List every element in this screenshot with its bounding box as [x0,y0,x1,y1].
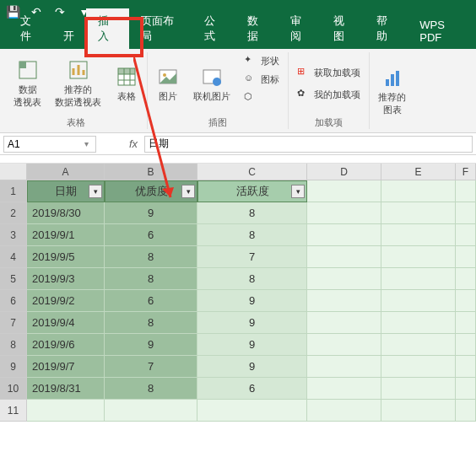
tab-review[interactable]: 审阅 [279,8,322,49]
cell-active[interactable]: 8 [197,268,307,290]
tab-wps-pdf[interactable]: WPS PDF [408,13,476,49]
cell[interactable] [381,202,456,224]
row-header[interactable]: 1 [0,180,27,202]
cell-date[interactable]: 2019/9/3 [27,268,105,290]
cell[interactable] [456,180,476,202]
row-header[interactable]: 8 [0,334,27,356]
table-button[interactable]: 表格 [111,52,142,115]
cell[interactable] [381,312,456,334]
cell-active[interactable]: 9 [197,334,307,356]
tab-help[interactable]: 帮助 [365,8,408,49]
cell[interactable] [307,378,381,400]
cell-date[interactable]: 2019/8/30 [27,202,105,224]
cell-quality[interactable]: 6 [105,290,197,312]
cell[interactable] [456,246,476,268]
cell[interactable] [456,356,476,378]
cell-active[interactable]: 9 [197,290,307,312]
row-header[interactable]: 11 [0,400,27,422]
row-header[interactable]: 7 [0,312,27,334]
filter-icon[interactable]: ▾ [89,185,102,198]
cell-quality[interactable]: 6 [105,224,197,246]
cell[interactable] [307,312,381,334]
fx-icon[interactable]: fx [129,137,138,150]
tab-file[interactable]: 文件 [8,8,51,49]
online-pictures-button[interactable]: 联机图片 [190,52,234,115]
cell[interactable] [456,312,476,334]
row-header[interactable]: 2 [0,202,27,224]
col-header-c[interactable]: C [197,164,307,180]
cell-quality[interactable]: 7 [105,356,197,378]
cell[interactable] [307,356,381,378]
cell-date[interactable]: 2019/9/6 [27,334,105,356]
name-box[interactable] [3,136,96,153]
row-header[interactable]: 6 [0,290,27,312]
row-header[interactable]: 10 [0,378,27,400]
cell[interactable] [456,290,476,312]
cell[interactable] [456,268,476,290]
cell[interactable] [381,400,456,422]
cell-quality[interactable]: 8 [105,378,197,400]
cell-quality[interactable]: 8 [105,246,197,268]
shapes-button[interactable]: ✦形状 [241,52,283,69]
redo-icon[interactable]: ↷ [52,5,68,19]
cell[interactable] [307,180,381,202]
cell-date[interactable]: 2019/9/2 [27,290,105,312]
cell-active[interactable]: 8 [197,224,307,246]
cell[interactable] [105,400,197,422]
my-addins-button[interactable]: ✿我的加载项 [294,86,364,103]
cell[interactable] [456,378,476,400]
tab-formulas[interactable]: 公式 [192,8,235,49]
cell-date[interactable]: 2019/9/1 [27,224,105,246]
filter-icon[interactable]: ▾ [291,185,305,198]
col-header-e[interactable]: E [381,164,456,180]
tab-data[interactable]: 数据 [235,8,279,49]
cell[interactable] [381,246,456,268]
tab-home[interactable]: 开 [51,24,86,49]
cell[interactable] [381,180,456,202]
cell[interactable] [307,400,381,422]
cell-active[interactable]: 8 [197,202,307,224]
cell[interactable] [307,202,381,224]
pictures-button[interactable]: 图片 [153,52,183,115]
tab-page-layout[interactable]: 页面布局 [129,8,192,49]
icons-button[interactable]: ☺图标 [241,71,283,88]
cell-quality[interactable]: 8 [105,268,197,290]
pivot-table-button[interactable]: 数据 透视表 [10,52,45,115]
col-header-d[interactable]: D [307,164,381,180]
cell[interactable] [307,246,381,268]
tab-insert[interactable]: 插入 [86,8,129,49]
cell-date[interactable]: 2019/9/5 [27,246,105,268]
cell-date[interactable]: 2019/9/7 [27,356,105,378]
cell-quality[interactable]: 9 [105,334,197,356]
cell[interactable] [27,400,105,422]
select-all-corner[interactable] [0,164,27,180]
row-header[interactable]: 4 [0,246,27,268]
cell[interactable] [456,202,476,224]
3d-model-button[interactable]: ⬡ [241,89,283,106]
col-header-a[interactable]: A [27,164,105,180]
header-quality[interactable]: 优质度▾ [105,180,197,202]
cell[interactable] [381,268,456,290]
cell[interactable] [307,290,381,312]
row-header[interactable]: 9 [0,356,27,378]
cell-quality[interactable]: 9 [105,202,197,224]
cell[interactable] [381,378,456,400]
cell[interactable] [381,290,456,312]
row-header[interactable]: 3 [0,224,27,246]
cell[interactable] [456,224,476,246]
formula-bar[interactable] [144,136,473,153]
cell[interactable] [307,268,381,290]
cell-active[interactable]: 7 [197,246,307,268]
row-header[interactable]: 5 [0,268,27,290]
recommended-pivot-button[interactable]: 推荐的 数据透视表 [51,52,105,115]
cell-active[interactable]: 6 [197,378,307,400]
cell[interactable] [456,334,476,356]
col-header-f[interactable]: F [456,164,476,180]
cell-date[interactable]: 2019/8/31 [27,378,105,400]
cell[interactable] [307,334,381,356]
cell[interactable] [197,400,307,422]
filter-icon[interactable]: ▾ [181,185,195,198]
cell[interactable] [381,356,456,378]
cell[interactable] [381,334,456,356]
namebox-dropdown-icon[interactable]: ▾ [84,139,89,148]
